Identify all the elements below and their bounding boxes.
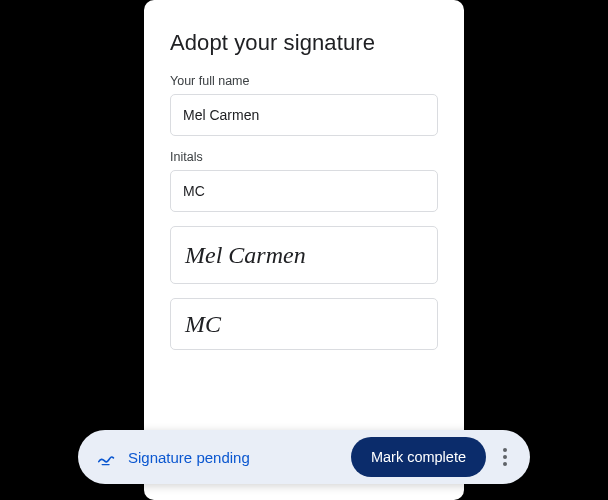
- initials-value: MC: [183, 183, 205, 199]
- status-footer: Signature pending Mark complete: [78, 430, 530, 484]
- signature-preview-box[interactable]: Mel Carmen: [170, 226, 438, 284]
- initials-input[interactable]: MC: [170, 170, 438, 212]
- svg-rect-0: [102, 464, 110, 465]
- card-title: Adopt your signature: [170, 30, 438, 56]
- signature-card: Adopt your signature Your full name Mel …: [144, 0, 464, 500]
- fullname-label: Your full name: [170, 74, 438, 88]
- initials-preview: MC: [185, 311, 221, 338]
- fullname-input[interactable]: Mel Carmen: [170, 94, 438, 136]
- status-text: Signature pending: [128, 449, 351, 466]
- initials-label: Initals: [170, 150, 438, 164]
- fullname-value: Mel Carmen: [183, 107, 259, 123]
- signature-pen-icon: [96, 446, 118, 468]
- signature-preview: Mel Carmen: [185, 242, 306, 269]
- mark-complete-button[interactable]: Mark complete: [351, 437, 486, 477]
- initials-preview-box[interactable]: MC: [170, 298, 438, 350]
- more-menu-button[interactable]: [488, 437, 522, 477]
